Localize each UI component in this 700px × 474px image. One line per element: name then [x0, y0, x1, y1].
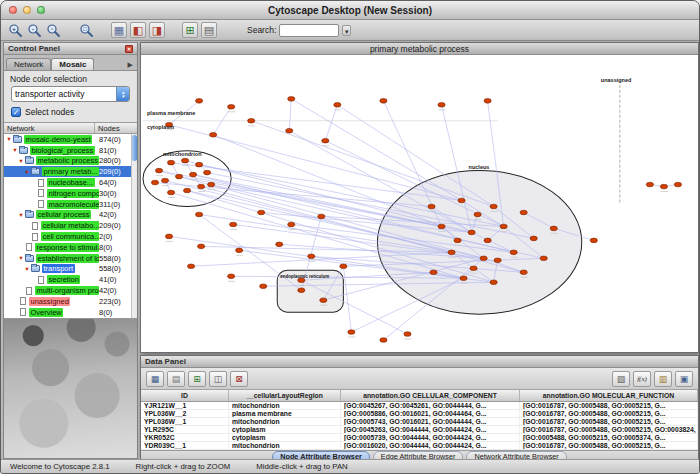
network-node[interactable] — [550, 226, 557, 231]
tab-network[interactable]: Network — [6, 58, 51, 70]
network-node[interactable] — [438, 103, 445, 108]
unselect-attributes-icon[interactable]: ▤ — [167, 371, 185, 387]
function-builder-icon[interactable]: f(x) — [633, 371, 651, 387]
minimize-window-button[interactable] — [23, 6, 31, 14]
tree-header-nodes[interactable]: Nodes — [95, 123, 137, 133]
tree-row[interactable]: secretion41(0) — [4, 274, 131, 285]
annotation-plus-icon[interactable]: ⊞ — [182, 22, 198, 38]
select-nodes-checkbox[interactable] — [11, 107, 21, 117]
network-node[interactable] — [198, 244, 205, 249]
new-attribute-icon[interactable]: ⊞ — [188, 371, 206, 387]
network-node[interactable] — [646, 182, 653, 187]
tree-row[interactable]: multi-organism pro...42(0) — [4, 285, 131, 296]
expand-arrow-icon[interactable]: ▼ — [18, 156, 24, 166]
network-node[interactable] — [230, 222, 237, 227]
network-node[interactable] — [454, 238, 461, 243]
network-node[interactable] — [380, 338, 387, 343]
network-node[interactable] — [474, 212, 481, 217]
tree-row[interactable]: ▼cellular process42(0) — [4, 210, 131, 221]
network-node[interactable] — [181, 158, 188, 163]
select-columns-icon[interactable]: ◫ — [209, 371, 227, 387]
network-node[interactable] — [187, 264, 194, 269]
hide-control-panel-icon[interactable]: ◧ — [130, 22, 146, 38]
network-node[interactable] — [161, 178, 168, 183]
network-node[interactable] — [494, 258, 501, 263]
table-row[interactable]: YLR295Ccytoplasm[GO:0045263, GO:0044444,… — [141, 426, 698, 434]
search-input[interactable] — [279, 24, 339, 37]
tree-row[interactable]: ▼transport558(0) — [4, 264, 131, 275]
network-node[interactable] — [460, 276, 467, 281]
network-node[interactable] — [165, 234, 172, 239]
network-node[interactable] — [198, 184, 205, 189]
network-view-window[interactable]: primary metabolic process plasma membran… — [140, 42, 699, 353]
network-node[interactable] — [175, 174, 182, 179]
network-node[interactable] — [195, 99, 202, 104]
hide-data-panel-icon[interactable]: ◨ — [149, 22, 165, 38]
zoom-in-icon[interactable]: + — [7, 22, 23, 38]
network-node[interactable] — [208, 182, 215, 187]
column-header[interactable]: annotation.GO MOLECULAR_FUNCTION — [520, 390, 698, 401]
network-node[interactable] — [195, 212, 202, 217]
network-node[interactable] — [189, 172, 196, 177]
network-node[interactable] — [236, 248, 243, 253]
node-color-dropdown[interactable]: transporter activity ▴▾ — [11, 86, 130, 102]
delete-attribute-icon[interactable]: ⊠ — [230, 371, 248, 387]
network-node[interactable] — [298, 288, 305, 293]
attribute-editor-icon[interactable]: ▧ — [612, 371, 630, 387]
network-node[interactable] — [183, 188, 190, 193]
network-node[interactable] — [520, 210, 527, 215]
network-node[interactable] — [484, 238, 491, 243]
table-row[interactable]: YKR052Ccytoplasm[GO:0005739, GO:0044444,… — [141, 434, 698, 442]
network-node[interactable] — [167, 190, 174, 195]
expand-arrow-icon[interactable]: ▼ — [6, 134, 12, 144]
expand-arrow-icon[interactable]: ▼ — [24, 264, 30, 274]
zoom-window-button[interactable] — [37, 6, 45, 14]
network-node[interactable] — [288, 222, 295, 227]
network-node[interactable] — [308, 254, 315, 259]
network-node[interactable] — [430, 270, 437, 275]
network-canvas[interactable]: plasma membranecytoplasmmitochondrionnuc… — [141, 55, 698, 352]
save-attributes-icon[interactable]: ▣ — [675, 371, 693, 387]
network-node[interactable] — [510, 250, 517, 255]
network-node[interactable] — [470, 266, 477, 271]
zoom-selected-icon[interactable]: ▫ — [45, 22, 61, 38]
network-node[interactable] — [340, 264, 347, 269]
network-node[interactable] — [590, 238, 597, 243]
expand-arrow-icon[interactable]: ▼ — [24, 167, 30, 177]
network-node[interactable] — [428, 204, 435, 209]
network-node[interactable] — [490, 280, 497, 285]
network-node[interactable] — [458, 198, 465, 203]
column-header[interactable]: ID — [141, 390, 229, 401]
network-node[interactable] — [151, 180, 158, 185]
network-node[interactable] — [155, 168, 162, 173]
network-node[interactable] — [318, 214, 325, 219]
network-node[interactable] — [195, 162, 202, 167]
tree-header-network[interactable]: Network — [4, 123, 95, 133]
network-node[interactable] — [286, 128, 293, 133]
network-node[interactable] — [334, 103, 341, 108]
tree-row[interactable]: macromolecule...311(0) — [4, 199, 131, 210]
network-node[interactable] — [228, 105, 235, 110]
network-node[interactable] — [167, 160, 174, 165]
network-node[interactable] — [660, 184, 667, 189]
network-node[interactable] — [248, 118, 255, 123]
column-header[interactable]: annotation.GO CELLULAR_COMPONENT — [341, 390, 520, 401]
tree-row[interactable]: ▼biological_process81(0) — [4, 145, 131, 156]
select-attributes-icon[interactable]: ▦ — [146, 371, 164, 387]
expand-arrow-icon[interactable]: ▼ — [12, 145, 18, 155]
window-titlebar[interactable]: Cytoscape Desktop (New Session) — [1, 1, 699, 20]
control-panel-titlebar[interactable]: Control Panel — [4, 43, 137, 55]
table-row[interactable]: YPL036W__1mitochondrion[GO:0005743, GO:0… — [141, 418, 698, 426]
network-node[interactable] — [484, 99, 491, 104]
close-window-button[interactable] — [9, 6, 17, 14]
tab-mosaic[interactable]: Mosaic — [51, 58, 94, 70]
tree-row[interactable]: ▼mosaic-demo-yeast874(0) — [4, 134, 131, 145]
network-node[interactable] — [288, 97, 295, 102]
network-node[interactable] — [520, 270, 527, 275]
column-header[interactable]: __cellularLayoutRegion — [229, 390, 341, 401]
network-node[interactable] — [380, 99, 387, 104]
search-dropdown-icon[interactable]: ▾ — [342, 25, 351, 36]
network-node[interactable] — [674, 182, 681, 187]
tree-row[interactable]: nucleobase...64(0) — [4, 177, 131, 188]
network-node[interactable] — [540, 256, 547, 261]
